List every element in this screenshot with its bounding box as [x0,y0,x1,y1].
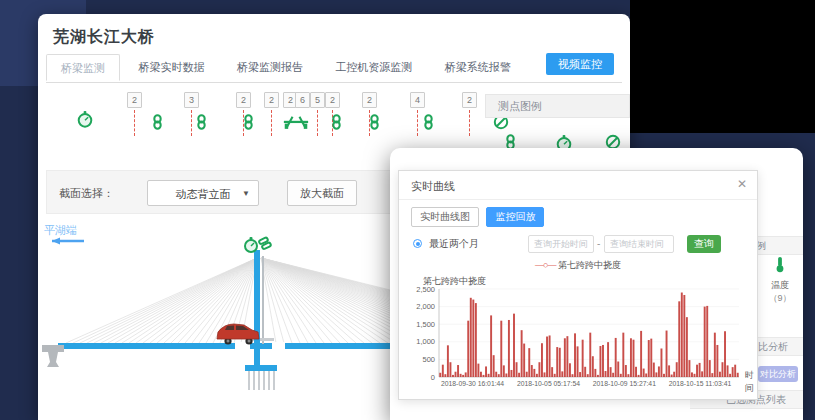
sensor-count-badge: 3 [184,92,199,108]
tab-bar: 桥梁监测 桥梁实时数据 桥梁监测报告 工控机资源监测 桥梁系统报警 视频监控 [46,54,622,83]
legend-label: 第七跨跨中挠度 [558,260,621,270]
legend-marker-icon: —○— [535,260,555,270]
end-time-input[interactable] [604,235,674,253]
tab-system-alarm[interactable]: 桥梁系统报警 [431,54,525,81]
chart-legend[interactable]: —○— 第七跨跨中挠度 [399,259,757,271]
link-icon[interactable] [152,114,163,134]
sensor-count-badge: 6 [295,92,310,108]
measure-point-window: 测点图例 温度 （9） 对比分析 对比分析 已选测点列表 实时曲线 ✕ 实时曲线… [390,148,803,420]
sensor-count-badge: 4 [410,92,425,108]
svg-text:1,000: 1,000 [416,337,435,346]
sensor-position-dash [317,110,318,136]
tab-realtime-data[interactable]: 桥梁实时数据 [124,54,218,81]
sensor-position-dash [469,110,470,136]
section-dropdown[interactable]: 动态背立面 ▼ [147,180,259,206]
svg-text:2018-10-15 11:03:41: 2018-10-15 11:03:41 [669,380,732,387]
dialog-header: 实时曲线 ✕ [399,171,757,200]
svg-text:2,000: 2,000 [416,302,435,311]
section-select-label: 截面选择： [59,186,114,201]
close-icon[interactable]: ✕ [737,178,747,190]
video-monitor-button[interactable]: 视频监控 [546,53,614,75]
pile-cap [245,365,277,371]
deck-gap [272,342,285,350]
svg-text:0: 0 [431,373,435,382]
svg-text:2,500: 2,500 [416,285,435,294]
sensor-count-badge: 2 [462,92,477,108]
left-pier [42,345,64,367]
bridge-end-label: 平湖端 [44,224,77,236]
gauge-icon[interactable] [76,110,94,132]
svg-text:1,500: 1,500 [416,320,435,329]
deflection-chart: 05001,0001,5002,0002,5002018-09-30 16:01… [439,289,739,377]
query-row: 最近两个月 - 查询 [399,235,757,255]
thermometer-icon [775,256,785,273]
legend-panel-header: 测点图例 [485,94,630,118]
sensor-position-dash [271,110,272,136]
svg-text:2018-09-30 16:01:44: 2018-09-30 16:01:44 [441,380,504,387]
compare-analysis-button[interactable]: 对比分析 [758,366,798,382]
link-icon[interactable] [369,114,380,134]
link-icon[interactable] [423,114,434,134]
tab-bridge-monitor[interactable]: 桥梁监测 [46,54,120,81]
sensor-count-badge: 2 [264,92,279,108]
video-blackout-area [630,0,815,133]
tab-monitor-playback[interactable]: 监控回放 [486,207,544,227]
legend-item-temperature[interactable]: 温度 （9） [762,256,798,305]
section-dropdown-value: 动态背立面 [176,188,231,200]
tab-realtime-curve[interactable]: 实时曲线图 [411,207,479,227]
piles [249,371,274,390]
screen: 芜湖长江大桥 桥梁监测 桥梁实时数据 桥梁监测报告 工控机资源监测 桥梁系统报警… [0,0,815,420]
sensor-count-badge: 2 [236,92,251,108]
temperature-count: （9） [762,292,798,305]
sensor-strip: 23222652242 [38,90,508,152]
tab-monitor-report[interactable]: 桥梁监测报告 [223,54,317,81]
page-title: 芜湖长江大桥 [53,27,155,48]
bridge-tower [254,250,260,371]
bridge-icon[interactable] [283,114,309,133]
sensor-position-dash [134,110,135,136]
link-icon[interactable] [331,114,342,134]
svg-text:500: 500 [422,355,435,364]
sensor-count-badge: 2 [362,92,377,108]
sensor-position-dash [191,110,192,136]
enlarge-section-button[interactable]: 放大截面 [287,180,357,206]
query-button[interactable]: 查询 [687,235,721,253]
sensor-count-badge: 5 [310,92,325,108]
chevron-down-icon: ▼ [242,181,250,207]
time-range-separator: - [597,238,600,249]
tower-top-gauge-icon[interactable] [245,237,257,252]
svg-text:2018-10-09 15:27:41: 2018-10-09 15:27:41 [593,380,656,387]
link-icon[interactable] [196,114,207,134]
sensor-position-dash [417,110,418,136]
temperature-label: 温度 [762,279,798,292]
radio-last-two-months[interactable] [413,239,422,248]
dialog-tab-group: 实时曲线图 监控回放 [411,207,544,227]
tower-top-anemometer-icon[interactable] [259,237,272,249]
svg-text:2018-10-05 05:17:54: 2018-10-05 05:17:54 [517,380,580,387]
car [217,324,259,345]
start-time-input[interactable] [528,235,594,253]
sensor-count-badge: 2 [325,92,340,108]
legend-panel: 测点图例 [485,94,630,152]
x-axis-label: 时间 [745,369,757,395]
link-icon[interactable] [243,114,254,134]
dialog-title: 实时曲线 [411,179,455,194]
tower-rear-leg [262,256,264,344]
sensor-count-badge: 2 [127,92,142,108]
radio-label: 最近两个月 [429,237,479,251]
tab-ipc-resource[interactable]: 工控机资源监测 [321,54,426,81]
realtime-curve-dialog: 实时曲线 ✕ 实时曲线图 监控回放 最近两个月 - 查询 —○— 第七跨跨中挠度… [398,170,758,400]
direction-arrow-left [52,238,84,245]
